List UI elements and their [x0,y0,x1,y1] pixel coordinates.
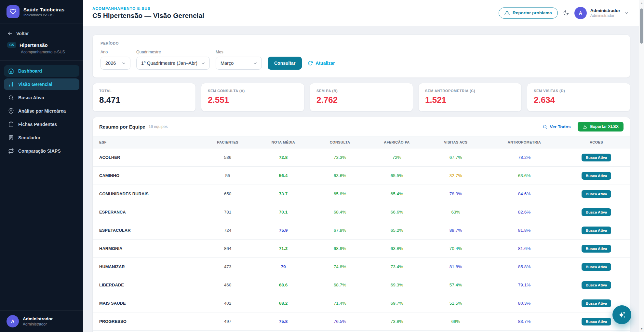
afericao-pa-value: 72% [369,148,425,167]
user-name: Administrador [23,316,53,321]
afericao-pa-value: 63.8% [369,240,425,258]
visitas-acs-value: 81.8% [425,258,486,276]
nota-media-value: 72.8 [255,148,311,167]
ver-todos-link[interactable]: Ver Todos [543,124,570,129]
antropometria-value: 80.3% [486,294,562,312]
sidebar-item-comparacao-siaps[interactable]: Comparação SIAPS [4,145,79,157]
pacientes-value: 536 [200,148,255,167]
busca-ativa-button[interactable]: Busca Ativa [582,172,611,180]
busca-ativa-button[interactable]: Busca Ativa [582,245,611,253]
visitas-acs-value: 78.9% [425,185,486,203]
refresh-link[interactable]: Atualizar [308,57,335,70]
sidebar-user: A Administrador Administrador [0,310,83,332]
app-logo [7,5,20,18]
program-title: Hipertensão [20,42,48,48]
busca-ativa-button[interactable]: Busca Ativa [582,154,611,161]
busca-ativa-button[interactable]: Busca Ativa [582,318,611,325]
clipboard-icon [8,121,14,127]
filter-field-mes: Mes Março [216,50,262,70]
visitas-acs-value: 32.7% [425,167,486,185]
consulta-value: 68.9% [311,240,369,258]
avatar: A [574,7,587,19]
select-quadrimestre[interactable]: 1º Quadrimestre (Jan–Abr) [136,57,210,70]
page-scrollbar[interactable]: ▲ ▼ [639,0,644,332]
user-menu[interactable]: A Administrador Administrador [574,7,629,19]
pacientes-value: 864 [200,240,255,258]
sidebar-item-visao-gerencial[interactable]: Visão Gerencial [4,78,79,90]
antropometria-value: 85.8% [486,258,562,276]
consulta-value: 74.8% [311,258,369,276]
busca-ativa-button[interactable]: Busca Ativa [582,263,611,271]
consulta-value: 76.5% [311,312,369,331]
scroll-up-arrow[interactable]: ▲ [639,2,644,5]
pacientes-value: 460 [200,276,255,294]
table-title: Resumo por Equipe [99,124,145,130]
antropometria-value: 79.1% [486,276,562,294]
busca-ativa-button[interactable]: Busca Ativa [582,227,611,234]
busca-ativa-button[interactable]: Busca Ativa [582,281,611,289]
visitas-acs-value: 51.5% [425,294,486,312]
consulta-value: 73.3% [311,148,369,167]
ai-assistant-button[interactable] [612,305,631,324]
sidebar-item-analise-por-microarea[interactable]: Análise por Microárea [4,105,79,117]
esf-name: RENASCER [93,331,200,332]
search-icon [543,124,547,129]
user-name: Administrador [590,8,620,13]
filter-row: Consultar Atualizar Ano 2026 Quadrimestr… [101,50,622,70]
dark-mode-toggle[interactable] [563,10,569,16]
col-nota-media: NOTA MÉDIA [255,136,311,148]
nota-media-value: 75.8 [255,312,311,331]
report-problem-button[interactable]: Reportar problema [499,7,558,19]
col-esf: ESF [93,136,200,148]
esf-name: MAIS SAUDE [93,294,200,312]
nota-media-value: 68.2 [255,294,311,312]
nota-media-value: 70.1 [255,203,311,221]
sidebar-item-simulador[interactable]: Simulador [4,132,79,144]
visitas-acs-value: 63% [425,203,486,221]
antropometria-value: 81.6% [486,240,562,258]
table-header-row: ESF PACIENTES NOTA MÉDIA CONSULTA AFERIÇ… [93,136,630,148]
page-title: C5 Hipertensão — Visão Gerencial [92,12,204,20]
afericao-pa-value: 69.7% [369,294,425,312]
table-row: ESPERANCA 781 70.1 68.4% 66.6% 63% 82.6%… [93,203,630,221]
stat-card-sem-consulta-a: SEM CONSULTA (A) 2.551 [201,83,304,112]
brand: Saúde Taiobeiras Indicadores e-SUS [0,0,83,23]
scroll-down-arrow[interactable]: ▼ [639,327,644,330]
table-row: HUMANIZAR 473 79 74.8% 73.4% 81.8% 85.8%… [93,258,630,276]
esf-name: ACOLHER [93,148,200,167]
heart-icon [10,8,16,15]
afericao-pa-value: 69.3% [369,276,425,294]
back-button[interactable]: Voltar [0,23,83,38]
consultar-button[interactable]: Consultar [268,57,302,70]
busca-ativa-button[interactable]: Busca Ativa [582,299,611,307]
sidebar: Saúde Taiobeiras Indicadores e-SUS Volta… [0,0,83,332]
chevron-down-icon [201,61,206,66]
select-ano[interactable]: 2026 [101,57,130,70]
antropometria-value: 63.6% [486,167,562,185]
table-row: ESPETACULAR 724 75.9 67.8% 65.2% 88.7% 8… [93,221,630,240]
program-block: C5 Hipertensão Acompanhamento e-SUS [0,38,83,61]
sidebar-item-busca-ativa[interactable]: Busca Ativa [4,92,79,104]
sidebar-item-dashboard[interactable]: Dashboard [4,65,79,77]
sidebar-item-fichas-pendentes[interactable]: Fichas Pendentes [4,118,79,130]
afericao-pa-value: 73.4% [369,258,425,276]
export-xlsx-button[interactable]: Exportar XLSX [578,122,624,131]
antropometria-value: 82.6% [486,203,562,221]
consulta-value: 68.7% [311,276,369,294]
antropometria-value: 82.3% [486,331,562,332]
consulta-value: 65.8% [311,185,369,203]
scrollbar-thumb[interactable] [640,8,643,44]
calculator-icon [8,135,14,141]
esf-name: HUMANIZAR [93,258,200,276]
select-mes[interactable]: Março [216,57,262,70]
bar-chart-icon [8,81,14,87]
pacientes-value: 781 [200,203,255,221]
busca-ativa-button[interactable]: Busca Ativa [582,208,611,216]
col-acoes: ACOES [562,136,630,148]
busca-ativa-button[interactable]: Busca Ativa [582,190,611,198]
col-afericao-pa: AFERIÇÃO PA [369,136,425,148]
team-summary-table: ESF PACIENTES NOTA MÉDIA CONSULTA AFERIÇ… [93,136,630,332]
user-role: Administrador [23,322,53,326]
antropometria-value: 83.7% [486,312,562,331]
home-icon [8,68,14,74]
